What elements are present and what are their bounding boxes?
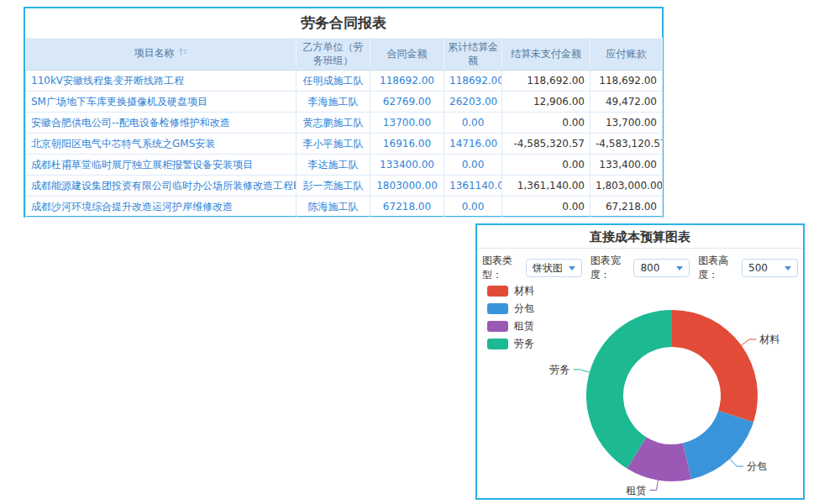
- value-cell: 67218.00: [370, 197, 444, 218]
- pie-label-leader-line: [730, 459, 743, 466]
- value-cell: 133400.00: [370, 155, 444, 176]
- column-header-settled-unpaid[interactable]: 结算未支付金额: [502, 39, 591, 71]
- legend-swatch: [487, 321, 508, 332]
- value-cell: 118692.00: [370, 71, 444, 92]
- table-row: SM广场地下车库更换摄像机及硬盘项目李海施工队62769.0026203.001…: [26, 92, 663, 113]
- value-cell: 118,692.00: [591, 71, 663, 92]
- value-cell: 陈海施工队: [297, 197, 370, 218]
- project-name-cell[interactable]: SM广场地下车库更换摄像机及硬盘项目: [26, 92, 297, 113]
- value-cell: 26203.00: [444, 92, 502, 113]
- value-cell: 49,472.00: [591, 92, 663, 113]
- legend-item[interactable]: 劳务: [487, 335, 534, 353]
- pie-slice[interactable]: [672, 310, 758, 423]
- legend-label: 分包: [514, 302, 534, 316]
- column-header-project-name[interactable]: 项目名称: [26, 39, 297, 71]
- table-row: 110kV安徽线程集变开断线路工程任明成施工队118692.00118692.0…: [26, 71, 663, 92]
- pie-label-leader-line: [573, 370, 590, 372]
- legend-label: 材料: [514, 284, 534, 298]
- pie-label-leader-line: [742, 339, 757, 345]
- value-cell: -4,583,120.57: [591, 134, 663, 155]
- pie-chart: 材料分包租赁劳务: [477, 225, 803, 498]
- table-row: 成都杜甫草堂临时展厅独立展柜报警设备安装项目李达施工队133400.000.00…: [26, 155, 663, 176]
- value-cell: 13,700.00: [591, 113, 663, 134]
- value-cell: 14716.00: [444, 134, 502, 155]
- value-cell: 0.00: [502, 113, 591, 134]
- column-header-payable[interactable]: 应付账款: [591, 39, 663, 71]
- legend-item[interactable]: 租赁: [487, 318, 534, 335]
- column-header-party-b[interactable]: 乙方单位（劳务班组）: [297, 39, 370, 71]
- value-cell: 李达施工队: [297, 155, 370, 176]
- value-cell: 0.00: [502, 197, 591, 218]
- value-cell: 0.00: [444, 113, 502, 134]
- report-title: 劳务合同报表: [25, 8, 662, 38]
- value-cell: 12,906.00: [502, 92, 591, 113]
- value-cell: 任明成施工队: [297, 71, 370, 92]
- value-cell: 118,692.00: [502, 71, 591, 92]
- sort-icon[interactable]: [178, 47, 188, 61]
- project-name-cell[interactable]: 110kV安徽线程集变开断线路工程: [26, 71, 297, 92]
- pie-slice[interactable]: [683, 411, 753, 480]
- value-cell: 1,803,000.00: [591, 176, 663, 197]
- value-cell: 0.00: [444, 155, 502, 176]
- table-row: 北京朝阳区电气中芯特气系统之GMS安装李小平施工队16916.0014716.0…: [26, 134, 663, 155]
- column-header-settled-total[interactable]: 累计结算金额: [444, 39, 502, 71]
- project-name-cell[interactable]: 成都能源建设集团投资有限公司临时办公场所装修改造工程EPC: [26, 176, 297, 197]
- column-header-contract-amount[interactable]: 合同金额: [370, 39, 444, 71]
- pie-slice-label: 分包: [747, 460, 767, 472]
- value-cell: 黄志鹏施工队: [297, 113, 370, 134]
- value-cell: 0.00: [444, 197, 502, 218]
- legend-item[interactable]: 分包: [487, 300, 534, 318]
- value-cell: 彭一亮施工队: [297, 176, 370, 197]
- value-cell: 67,218.00: [591, 197, 663, 218]
- chart-legend: 材料分包租赁劳务: [487, 282, 534, 353]
- value-cell: 13700.00: [370, 113, 444, 134]
- value-cell: -4,585,320.57: [502, 134, 591, 155]
- legend-label: 劳务: [514, 337, 534, 351]
- value-cell: 李小平施工队: [297, 134, 370, 155]
- value-cell: 62769.00: [370, 92, 444, 113]
- table-row: 成都能源建设集团投资有限公司临时办公场所装修改造工程EPC彭一亮施工队18030…: [26, 176, 663, 197]
- project-name-cell[interactable]: 北京朝阳区电气中芯特气系统之GMS安装: [26, 134, 297, 155]
- pie-slice-label: 劳务: [549, 364, 570, 375]
- value-cell: 李海施工队: [297, 92, 370, 113]
- value-cell: 0.00: [502, 155, 591, 176]
- table-row: 成都沙河环境综合提升改造运河护岸维修改造陈海施工队67218.000.000.0…: [26, 197, 663, 218]
- legend-item[interactable]: 材料: [487, 282, 534, 300]
- legend-label: 租赁: [514, 319, 534, 333]
- pie-slice-label: 材料: [759, 333, 780, 345]
- pie-slice-label: 租赁: [626, 485, 647, 496]
- pie-label-leader-line: [650, 480, 659, 491]
- value-cell: 118692.00: [444, 71, 502, 92]
- labor-contract-report-panel: 劳务合同报表 项目名称 乙方单位（劳务班组） 合同金额 累计结算金额 结算未支付…: [24, 7, 664, 218]
- project-name-cell[interactable]: 成都杜甫草堂临时展厅独立展柜报警设备安装项目: [26, 155, 297, 176]
- header-row: 项目名称 乙方单位（劳务班组） 合同金额 累计结算金额 结算未支付金额 应付账款: [26, 39, 663, 71]
- legend-swatch: [487, 339, 508, 349]
- value-cell: 16916.00: [370, 134, 444, 155]
- legend-swatch: [487, 303, 508, 314]
- table-row: 安徽合肥供电公司--配电设备检修维护和改造黄志鹏施工队13700.000.000…: [26, 113, 663, 134]
- value-cell: 1,361,140.00: [502, 176, 591, 197]
- value-cell: 1803000.00: [370, 176, 444, 197]
- legend-swatch: [487, 286, 508, 297]
- value-cell: 133,400.00: [591, 155, 663, 176]
- chart-panel: 直接成本预算图表 图表类型： 饼状图 图表宽度： 800 图表高度： 500: [475, 223, 805, 500]
- value-cell: 1361140.00: [444, 176, 502, 197]
- page: 劳务合同报表 项目名称 乙方单位（劳务班组） 合同金额 累计结算金额 结算未支付…: [0, 0, 840, 504]
- report-table: 项目名称 乙方单位（劳务班组） 合同金额 累计结算金额 结算未支付金额 应付账款…: [25, 38, 663, 218]
- project-name-cell[interactable]: 成都沙河环境综合提升改造运河护岸维修改造: [26, 197, 297, 218]
- project-name-cell[interactable]: 安徽合肥供电公司--配电设备检修维护和改造: [26, 113, 297, 134]
